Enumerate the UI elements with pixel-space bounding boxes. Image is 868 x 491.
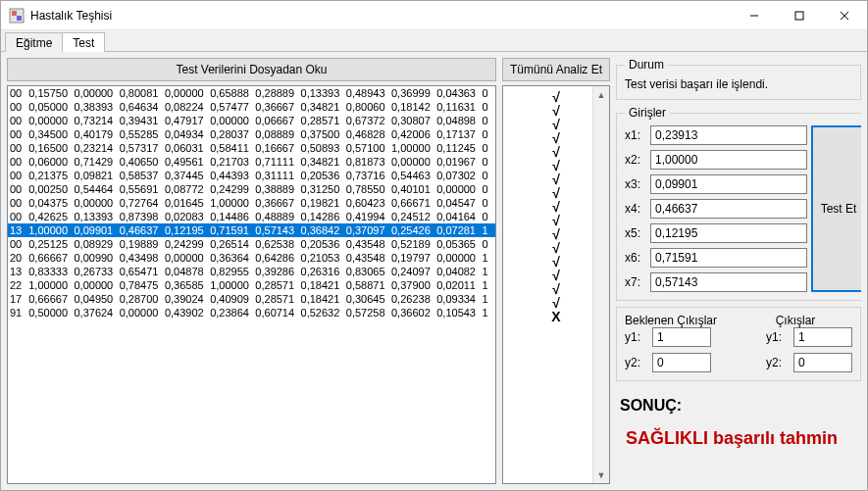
status-text: Test verisi başarı ile işlendi. xyxy=(625,77,852,91)
input-actual-y2[interactable] xyxy=(793,353,852,372)
scroll-down-icon[interactable]: ▼ xyxy=(593,466,609,483)
table-row[interactable]: 000,050000,383930,646340,082240,574770,3… xyxy=(8,100,495,114)
cell-value: 0,46828 xyxy=(346,127,391,141)
cell-value: 0,37445 xyxy=(165,169,210,182)
cell-value: 0,65888 xyxy=(210,86,255,100)
table-row[interactable]: 000,000000,732140,394310,479170,000000,0… xyxy=(8,114,495,127)
test-data-grid[interactable]: 000,157500,000000,800810,000000,658880,2… xyxy=(7,85,496,484)
cell-value: 0,16667 xyxy=(255,141,300,155)
cell-id: 20 xyxy=(10,251,28,265)
label-x2: x2: xyxy=(625,153,646,167)
tab-test[interactable]: Test xyxy=(62,32,105,52)
cell-value: 0,23864 xyxy=(210,306,255,319)
cell-value: 0,81873 xyxy=(346,155,391,169)
cell-value: 0,83333 xyxy=(28,265,74,278)
cell-value: 0,50893 xyxy=(301,141,346,155)
cell-value: 0,37624 xyxy=(74,306,119,319)
analyze-results-list[interactable]: √√√√√√√√√√√√√√√√X ▲ ▼ xyxy=(502,85,610,484)
table-row[interactable]: 221,000000,000000,784750,365851,000000,2… xyxy=(8,278,495,292)
cell-flag: 1 xyxy=(482,292,493,306)
table-row[interactable]: 200,666670,009900,434980,000000,363640,6… xyxy=(8,251,495,265)
cell-value: 0,08929 xyxy=(74,237,119,251)
maximize-button[interactable] xyxy=(777,1,822,30)
table-row[interactable]: 000,002500,544640,556910,087720,242990,3… xyxy=(8,182,495,196)
cell-id: 13 xyxy=(10,265,28,278)
table-row[interactable]: 000,043750,000000,727640,016451,000000,3… xyxy=(8,196,495,210)
cell-value: 0,38889 xyxy=(255,182,300,196)
input-x7[interactable] xyxy=(650,272,807,292)
cell-value: 0,21375 xyxy=(28,169,74,182)
table-row[interactable]: 131,000000,099010,466370,121950,715910,5… xyxy=(8,223,495,237)
input-expected-y2[interactable] xyxy=(652,353,711,372)
cell-value: 0,57143 xyxy=(255,223,300,237)
table-row[interactable]: 170,666670,049500,287000,390240,409090,2… xyxy=(8,292,495,306)
cell-value: 0,71111 xyxy=(255,155,300,169)
cell-value: 0,19797 xyxy=(391,251,436,265)
table-row[interactable]: 000,213750,098210,585370,374450,443930,3… xyxy=(8,169,495,182)
cell-value: 1,00000 xyxy=(210,196,255,210)
cell-value: 0,19889 xyxy=(120,237,165,251)
cell-value: 0,09901 xyxy=(74,223,119,237)
cell-value: 0,00000 xyxy=(120,306,165,319)
cell-value: 0,01645 xyxy=(165,196,210,210)
input-x5[interactable] xyxy=(650,223,807,243)
cell-value: 0,05000 xyxy=(28,100,74,114)
read-test-file-button[interactable]: Test Verilerini Dosyadan Oku xyxy=(7,58,496,81)
cell-value: 0,36842 xyxy=(301,223,346,237)
cell-value: 0,15750 xyxy=(28,86,74,100)
cell-value: 0,57317 xyxy=(120,141,165,155)
table-row[interactable]: 000,345000,401790,552850,049340,280370,0… xyxy=(8,127,495,141)
cell-value: 0,52632 xyxy=(301,306,346,319)
cell-value: 0,66671 xyxy=(391,196,436,210)
cell-value: 0,00000 xyxy=(165,86,210,100)
input-x1[interactable] xyxy=(650,125,807,145)
checklist-scrollbar[interactable]: ▲ ▼ xyxy=(592,86,609,483)
cell-value: 0,39024 xyxy=(165,292,210,306)
cell-id: 17 xyxy=(10,292,28,306)
minimize-button[interactable] xyxy=(732,1,777,30)
cell-value: 0,00000 xyxy=(74,196,119,210)
cell-value: 0,28700 xyxy=(120,292,165,306)
input-x4[interactable] xyxy=(650,199,807,219)
cell-flag: 0 xyxy=(482,86,493,100)
label-expected-y2: y2: xyxy=(625,356,646,369)
cell-value: 0,06667 xyxy=(255,114,300,127)
app-icon xyxy=(9,8,25,24)
cell-id: 00 xyxy=(10,141,28,155)
analyze-all-button[interactable]: Tümünü Analiz Et xyxy=(502,58,610,81)
test-et-button[interactable]: Test Et xyxy=(811,125,861,292)
table-row[interactable]: 000,157500,000000,800810,000000,658880,2… xyxy=(8,86,495,100)
table-row[interactable]: 000,165000,232140,573170,060310,584110,1… xyxy=(8,141,495,155)
input-x6[interactable] xyxy=(650,248,807,268)
cell-flag: 1 xyxy=(482,251,493,265)
cell-value: 0,04547 xyxy=(436,196,482,210)
cell-value: 0,00000 xyxy=(28,114,74,127)
table-row[interactable]: 000,060000,714290,406500,495610,217030,7… xyxy=(8,155,495,169)
scroll-up-icon[interactable]: ▲ xyxy=(593,86,609,103)
tab-train[interactable]: Eğitme xyxy=(5,32,63,52)
table-row[interactable]: 910,500000,376240,000000,439020,238640,6… xyxy=(8,306,495,319)
cell-value: 0,28889 xyxy=(255,86,300,100)
cell-value: 0,34821 xyxy=(301,155,346,169)
cell-value: 0,18421 xyxy=(301,292,346,306)
tabbar: Eğitme Test xyxy=(1,30,867,52)
cell-value: 0,26238 xyxy=(391,292,436,306)
input-x2[interactable] xyxy=(650,150,807,170)
close-button[interactable] xyxy=(822,1,867,30)
cell-value: 1,00000 xyxy=(210,278,255,292)
cell-value: 0,24299 xyxy=(165,237,210,251)
cell-id: 00 xyxy=(10,114,28,127)
input-expected-y1[interactable] xyxy=(652,327,711,347)
table-row[interactable]: 000,426250,133930,873980,020830,144860,4… xyxy=(8,210,495,223)
table-row[interactable]: 000,251250,089290,198890,242990,265140,6… xyxy=(8,237,495,251)
cell-flag: 0 xyxy=(482,237,493,251)
cell-value: 0,40179 xyxy=(74,127,119,141)
cell-value: 0,14486 xyxy=(210,210,255,223)
cell-value: 0,48943 xyxy=(346,86,391,100)
cell-value: 0,36667 xyxy=(255,196,300,210)
table-row[interactable]: 130,833330,267330,654710,048780,829550,3… xyxy=(8,265,495,278)
cell-value: 0,41994 xyxy=(346,210,391,223)
input-x3[interactable] xyxy=(650,174,807,194)
input-actual-y1[interactable] xyxy=(793,327,852,347)
cell-value: 0,20536 xyxy=(301,237,346,251)
